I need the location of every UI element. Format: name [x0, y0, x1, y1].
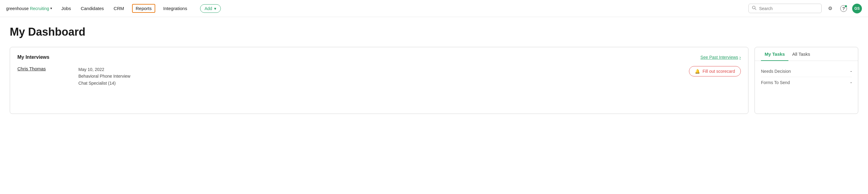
nav-right: ⚙ ? GS — [748, 4, 862, 13]
brand-greenhouse: greenhouse — [6, 6, 29, 11]
scorecard-bell-icon: 🔔 — [695, 69, 700, 74]
brand-chevron-icon: ▾ — [50, 6, 52, 10]
search-input[interactable] — [759, 6, 818, 11]
task-forms-to-send-label: Forms To Send — [761, 80, 790, 85]
see-past-interviews-link[interactable]: See Past Interviews › — [701, 55, 741, 60]
nav-items: Jobs Candidates CRM Reports Integrations — [60, 4, 189, 13]
interview-date: May 10, 2022 — [79, 66, 689, 73]
tasks-body: Needs Decision - Forms To Send - — [755, 61, 858, 93]
nav-reports[interactable]: Reports — [132, 4, 156, 13]
candidate-name-link[interactable]: Chris Thomas — [18, 66, 79, 71]
add-button[interactable]: Add ▾ — [200, 4, 221, 13]
scorecard-label: Fill out scorecard — [703, 69, 735, 74]
user-avatar[interactable]: GS — [852, 4, 862, 13]
interview-role: Chat Specialist (14) — [79, 80, 689, 86]
interview-details: May 10, 2022 Behavioral Phone Interview … — [79, 66, 689, 86]
help-button[interactable]: ? — [839, 4, 848, 13]
add-chevron-icon: ▾ — [214, 6, 216, 11]
svg-line-1 — [755, 8, 756, 10]
interview-type: Behavioral Phone Interview — [79, 73, 689, 79]
task-needs-decision: Needs Decision - — [761, 66, 852, 77]
tasks-tabs: My Tasks All Tasks — [755, 47, 858, 61]
nav-jobs[interactable]: Jobs — [60, 5, 73, 12]
tasks-card: My Tasks All Tasks Needs Decision - Form… — [754, 47, 858, 114]
task-needs-decision-label: Needs Decision — [761, 69, 791, 74]
gear-icon: ⚙ — [828, 5, 832, 11]
help-icon: ? — [840, 5, 847, 12]
chevron-right-icon: › — [739, 55, 741, 60]
tab-my-tasks[interactable]: My Tasks — [761, 47, 788, 61]
page-title: My Dashboard — [10, 26, 858, 38]
task-needs-decision-count: - — [850, 69, 852, 74]
interviews-card-title: My Interviews — [18, 54, 50, 60]
interviews-card-header: My Interviews See Past Interviews › — [18, 54, 741, 60]
task-forms-to-send: Forms To Send - — [761, 77, 852, 88]
search-icon — [752, 5, 757, 11]
nav-crm[interactable]: CRM — [112, 5, 126, 12]
fill-scorecard-button[interactable]: 🔔 Fill out scorecard — [689, 66, 741, 76]
main-grid: My Interviews See Past Interviews › Chri… — [10, 47, 858, 114]
interview-row: Chris Thomas May 10, 2022 Behavioral Pho… — [18, 66, 741, 86]
top-navigation: greenhouse Recruiting ▾ Jobs Candidates … — [0, 0, 868, 17]
search-box — [748, 4, 822, 13]
add-label: Add — [205, 6, 212, 11]
brand-logo[interactable]: greenhouse Recruiting ▾ — [6, 6, 52, 11]
brand-recruiting: Recruiting — [30, 6, 49, 11]
nav-integrations[interactable]: Integrations — [161, 5, 189, 12]
tab-all-tasks[interactable]: All Tasks — [788, 47, 814, 61]
task-forms-to-send-count: - — [850, 80, 852, 85]
page-content: My Dashboard My Interviews See Past Inte… — [0, 17, 868, 122]
interviews-card: My Interviews See Past Interviews › Chri… — [10, 47, 748, 114]
nav-candidates[interactable]: Candidates — [79, 5, 106, 12]
settings-button[interactable]: ⚙ — [825, 4, 835, 13]
